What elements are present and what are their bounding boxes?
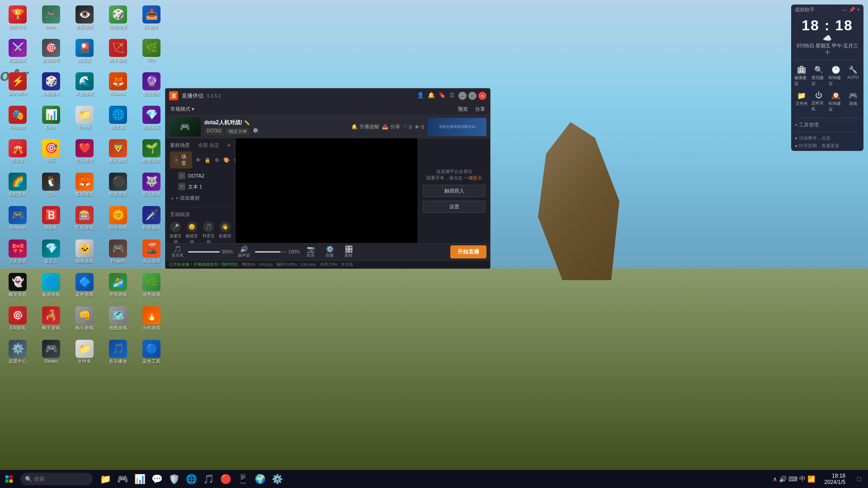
- desktop-icon[interactable]: 🎲 策略游戏: [36, 69, 66, 100]
- desktop-icon[interactable]: 🌐 浏览器: [103, 103, 133, 133]
- desktop-icon[interactable]: 📁 文件夹: [69, 103, 100, 133]
- desktop-icon[interactable]: 🔵 蓝色工具: [136, 337, 167, 367]
- desktop-icon[interactable]: 🅱️ B游戏: [36, 203, 66, 234]
- search-input[interactable]: [34, 476, 88, 482]
- bottom-audio-settings-btn[interactable]: 🎛️ 素材: [340, 245, 357, 258]
- app-bookmark-icon[interactable]: 🔖: [439, 92, 446, 100]
- share-stream-btn[interactable]: 📤 分享: [382, 123, 400, 130]
- app-settings-icon[interactable]: 👤: [417, 92, 424, 100]
- desktop-icon[interactable]: 🌋 火山游戏: [136, 236, 167, 267]
- desktop-icon[interactable]: 🔥 火焰游戏: [136, 303, 167, 334]
- window-maximize-btn[interactable]: □: [468, 92, 476, 100]
- live-bell-btn[interactable]: 🔔 开播提醒: [351, 123, 379, 130]
- desktop-icon[interactable]: 🎮 Sored: [36, 2, 66, 33]
- scene-tab-all[interactable]: 全部: [198, 142, 208, 149]
- desktop-icon[interactable]: 🌊 水族游戏: [69, 69, 100, 100]
- taskbar-app-explorer[interactable]: 📁: [97, 471, 113, 487]
- panel-link-2[interactable]: ● 打开官网，查看更多: [795, 143, 860, 149]
- desktop-icon[interactable]: 🎮 Rolplay: [2, 203, 33, 234]
- desktop-icon[interactable]: 🎵 音乐播放: [103, 337, 133, 367]
- taskbar-app-qihu[interactable]: 🛡️: [166, 471, 182, 487]
- quick-icon-search[interactable]: 🔍 查找建议: [811, 64, 827, 89]
- desktop-icon[interactable]: 💎 游戏钻石: [136, 103, 167, 133]
- quick-icon-folder[interactable]: 📁 文件夹: [793, 89, 810, 114]
- scene-tool-color[interactable]: 🎨: [222, 156, 231, 164]
- app-notification-icon[interactable]: 🔔: [428, 92, 435, 100]
- scene-item-active[interactable]: ▪ 场景: [170, 151, 192, 169]
- mode-dropdown[interactable]: 常规模式 ▾: [168, 105, 197, 113]
- desktop-icon[interactable]: ⚙️ 设置中心: [2, 337, 33, 367]
- bottom-vol-btn[interactable]: 🔊 扬声器: [236, 245, 252, 258]
- quick-icon-game[interactable]: 🎮 游戏: [845, 89, 861, 114]
- ad-banner[interactable]: 游戏主播高薪招募活动: [428, 118, 486, 136]
- taskbar-app-excel[interactable]: 📊: [132, 471, 148, 487]
- desktop-icon[interactable]: 🎯 EA游戏: [2, 303, 33, 334]
- interact-welcome[interactable]: 👋 欢迎词: [218, 220, 233, 243]
- scene-tool-settings[interactable]: ⚙: [213, 156, 221, 164]
- taskbar-app-browser1[interactable]: 🌐: [183, 471, 199, 487]
- show-desktop-btn[interactable]: □: [850, 470, 868, 488]
- desktop-icon[interactable]: 👻 幽灵游戏: [2, 270, 33, 300]
- speaker-slider[interactable]: [255, 251, 287, 253]
- settings-btn[interactable]: 设置: [423, 201, 486, 213]
- desktop-icon[interactable]: 🎀 少女游戏: [2, 236, 33, 267]
- desktop-icon[interactable]: ⚔️ 武器游戏: [2, 36, 33, 66]
- desktop-icon[interactable]: 🔷 蓝色游戏: [69, 270, 100, 300]
- desktop-icon[interactable]: 🏆 游戏中心: [2, 2, 33, 33]
- bottom-mic-btn[interactable]: 🎵 音乐风: [169, 245, 185, 258]
- desktop-icon[interactable]: 🐺 狼人游戏: [136, 169, 167, 200]
- desktop-icon[interactable]: 🗡️ 剑侠游戏: [136, 203, 167, 234]
- add-source-button[interactable]: + + 添加素材: [167, 192, 233, 204]
- quick-icon-clock[interactable]: 🕐 时钟建议: [828, 64, 844, 89]
- desktop-icon[interactable]: 🌞 阳光游戏: [103, 203, 133, 234]
- desktop-icon[interactable]: 🌿 TPH: [136, 36, 167, 66]
- desktop-icon[interactable]: 🐧 QQ: [36, 169, 66, 200]
- taskbar-app-tool[interactable]: ⚙️: [269, 471, 285, 487]
- quick-icon-auto[interactable]: 🔧 AUTO: [845, 64, 861, 89]
- add-tool-button[interactable]: + 工具管理: [791, 120, 863, 130]
- quick-icon-health[interactable]: 🏥 健康建议: [793, 64, 810, 89]
- desktop-icon[interactable]: 🎮 Steam: [36, 337, 66, 367]
- desktop-icon[interactable]: 🌀 旋涡游戏: [36, 270, 66, 300]
- desktop-icon[interactable]: 🎭 Redstar: [2, 103, 33, 133]
- panel-pin-btn[interactable]: 📌: [849, 7, 855, 13]
- scene-tool-eye[interactable]: 👁: [194, 156, 202, 164]
- taskbar-app-game[interactable]: 🎮: [114, 471, 131, 487]
- taskbar-app-red[interactable]: 🔴: [217, 471, 234, 487]
- scene-item-dota2[interactable]: ▪ DOTA2: [175, 170, 233, 181]
- systray-input[interactable]: 中: [799, 475, 806, 483]
- desktop-icon[interactable]: 🏄 冲浪游戏: [103, 270, 133, 300]
- start-button[interactable]: [0, 470, 18, 488]
- desktop-icon[interactable]: 🎴 模拟器: [69, 36, 100, 66]
- desktop-icon[interactable]: 📊 Excel: [36, 103, 66, 133]
- desktop-icon[interactable]: 🎲 游戏加速: [103, 2, 133, 33]
- app-menu-icon[interactable]: ☰: [449, 92, 455, 100]
- desktop-icon[interactable]: 🌿 绿色游戏: [136, 270, 167, 300]
- desktop-icon[interactable]: ⚡ War Mine: [2, 69, 33, 100]
- bottom-cam-btn[interactable]: 📷 风景: [302, 245, 319, 258]
- desktop-icon[interactable]: 🔮 魔法游戏: [136, 69, 167, 100]
- go-live-button[interactable]: 开始直播: [450, 245, 486, 258]
- window-close-btn[interactable]: ×: [478, 92, 486, 100]
- systray-keyboard[interactable]: ⌨: [788, 475, 797, 483]
- scene-item-text1[interactable]: T 文本 1: [175, 181, 233, 192]
- taskbar-clock[interactable]: 18:18 2024/1/5: [820, 473, 850, 485]
- panel-close-btn[interactable]: ×: [857, 7, 860, 13]
- panel-minimize-btn[interactable]: —: [842, 7, 847, 13]
- systray-network[interactable]: 📶: [807, 475, 815, 483]
- desktop-icon[interactable]: ⚫ 暗黑游戏: [103, 169, 133, 200]
- desktop-icon[interactable]: 🐱 猫咪游戏: [69, 236, 100, 267]
- preview-btn[interactable]: 预览: [456, 105, 470, 113]
- interact-tiktok[interactable]: 🎵 抖音互动: [201, 220, 216, 243]
- desktop-icon[interactable]: 📁 文件夹: [69, 337, 100, 367]
- mic-slider[interactable]: [188, 251, 220, 253]
- panel-link-1[interactable]: ● 活动事件，点击: [795, 135, 860, 141]
- desktop-icon[interactable]: 🦊 狐狸游戏: [69, 169, 100, 200]
- desktop-icon[interactable]: 🎮 Project: [103, 236, 133, 267]
- window-minimize-btn[interactable]: —: [458, 92, 467, 100]
- desktop-icon[interactable]: 🎯 BIG: [36, 136, 66, 167]
- desktop-icon[interactable]: 🎰 红包游戏: [69, 203, 100, 234]
- interact-sticker[interactable]: 😊 贴纸互动: [185, 220, 200, 243]
- systray-sound[interactable]: 🔊: [779, 475, 787, 483]
- one-click-link[interactable]: 一键提示: [464, 175, 482, 180]
